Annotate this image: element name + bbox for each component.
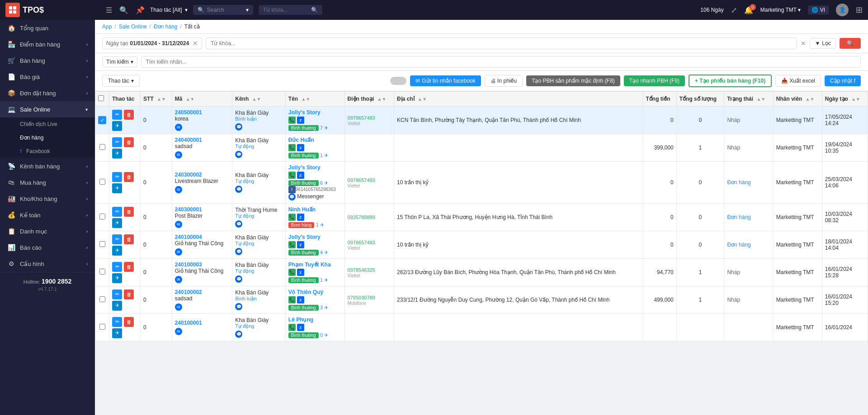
del-btn-6[interactable]: 🗑	[124, 289, 134, 299]
del-btn-7[interactable]: 🗑	[124, 317, 134, 327]
expand-icon[interactable]: ⤢	[731, 6, 737, 14]
breadcrumb-app[interactable]: App	[102, 23, 112, 30]
order-code-3[interactable]: 240300001	[175, 206, 230, 213]
keyword-filter-input[interactable]	[206, 38, 797, 49]
th-ngay-tao[interactable]: Ngày tạo ▲▼	[822, 92, 868, 107]
edit-btn-7[interactable]: ✏	[112, 317, 122, 327]
marketing-btn[interactable]: Marketing TMT ▾	[760, 7, 801, 13]
edit-btn-5[interactable]: ✏	[112, 262, 122, 272]
sidebar-item-diem-ban-hang[interactable]: 🏪 Điểm bán hàng ›	[0, 36, 95, 52]
th-dien-thoai[interactable]: Điện thoại ▲▼	[344, 92, 394, 107]
row-checkbox[interactable]	[99, 241, 105, 247]
del-btn-4[interactable]: 🗑	[124, 234, 134, 244]
date-filter-box[interactable]: Ngày tạo 01/01/2024 - 31/12/2024 ✕	[102, 37, 202, 49]
pin-icon[interactable]: 📌	[136, 6, 145, 14]
sidebar-item-kho-hang[interactable]: 🏭 Kho/Kho hàng ›	[0, 191, 95, 207]
notification-icon[interactable]: 🔔 0	[744, 6, 753, 14]
gui-tin-btn[interactable]: ✉ Gửi tin nhắn facebook	[410, 75, 481, 86]
action-btn-top[interactable]: Thao tác [Alt] ▾	[150, 7, 188, 13]
del-btn-2[interactable]: 🗑	[124, 172, 134, 182]
thao-tac-btn[interactable]: Thao tác ▾	[102, 75, 140, 87]
td-checkbox-1[interactable]	[95, 134, 109, 162]
td-checkbox-2[interactable]	[95, 162, 109, 204]
customer-name-0[interactable]: Jolly's Story	[288, 109, 342, 116]
keyword-search-icon[interactable]: 🔍	[311, 7, 318, 13]
edit-btn-1[interactable]: ✏	[112, 137, 122, 147]
select-all-checkbox[interactable]	[98, 95, 104, 101]
grid-icon[interactable]: ⊞	[856, 5, 863, 15]
edit-btn-6[interactable]: ✏	[112, 289, 122, 299]
telegram-btn-5[interactable]: ✈	[112, 273, 122, 283]
th-dia-chi[interactable]: Địa chỉ ▲▼	[394, 92, 643, 107]
date-clear-btn[interactable]: ✕	[193, 40, 198, 47]
sidebar-sub-facebook[interactable]: f Facebook	[0, 145, 95, 158]
row-checkbox[interactable]	[99, 179, 105, 185]
th-tong-tien[interactable]: Tổng tiền	[643, 92, 676, 107]
sidebar-item-sale-online[interactable]: 💻 Sale Online ▾	[0, 101, 95, 117]
edit-btn-4[interactable]: ✏	[112, 234, 122, 244]
sidebar-item-bao-gia[interactable]: 📄 Báo giá ›	[0, 69, 95, 85]
telegram-btn-3[interactable]: ✈	[112, 218, 122, 228]
lang-btn[interactable]: 🌐 VI	[808, 5, 829, 14]
del-btn-0[interactable]: 🗑	[124, 110, 134, 120]
td-checkbox-4[interactable]	[95, 231, 109, 259]
search-filter-btn[interactable]: 🔍	[840, 38, 861, 49]
th-nhan-vien[interactable]: Nhân viên ▲▼	[773, 92, 822, 107]
order-code-6[interactable]: 240100002	[175, 289, 230, 295]
customer-name-5[interactable]: Phạm Tuyết Kha	[288, 261, 342, 268]
row-checkbox[interactable]	[99, 144, 105, 150]
td-checkbox-3[interactable]	[95, 204, 109, 231]
search-input[interactable]	[207, 7, 243, 13]
menu-icon[interactable]: ☰	[106, 6, 112, 14]
row-checkbox[interactable]	[99, 296, 105, 302]
td-checkbox-7[interactable]	[95, 314, 109, 341]
sidebar-item-don-dat-hang[interactable]: 📦 Đơn đặt hàng ›	[0, 85, 95, 101]
edit-btn-3[interactable]: ✏	[112, 207, 122, 217]
cap-nhat-btn[interactable]: Cập nhật f	[825, 75, 861, 86]
th-ten[interactable]: Tên ▲▼	[285, 92, 344, 107]
checked-checkbox[interactable]: ✓	[98, 116, 106, 124]
td-checkbox-6[interactable]	[95, 286, 109, 314]
telegram-btn-0[interactable]: ✈	[112, 121, 122, 131]
del-btn-1[interactable]: 🗑	[124, 137, 134, 147]
th-ma[interactable]: Mã ▲▼	[172, 92, 232, 107]
sidebar-item-mua-hang[interactable]: 🛍 Mua hàng ›	[0, 174, 95, 191]
edit-btn-2[interactable]: ✏	[112, 172, 122, 182]
toggle-control[interactable]	[390, 77, 406, 85]
customer-name-2[interactable]: Jolly's Story	[288, 164, 342, 171]
del-btn-3[interactable]: 🗑	[124, 207, 134, 217]
xuat-excel-btn[interactable]: 📥 Xuất excel	[775, 75, 821, 87]
customer-name-4[interactable]: Jolly's Story	[288, 234, 342, 240]
filter-btn[interactable]: ▼ Lọc	[810, 38, 836, 49]
th-checkbox[interactable]	[95, 92, 109, 107]
edit-btn-0[interactable]: ✏	[112, 110, 122, 120]
telegram-btn-6[interactable]: ✈	[112, 301, 122, 311]
sidebar-item-tong-quan[interactable]: 🏠 Tổng quan	[0, 20, 95, 36]
customer-name-7[interactable]: Lê Phụng	[288, 317, 342, 323]
breadcrumb-sale-online[interactable]: Sale Online	[119, 23, 147, 30]
th-kenh[interactable]: Kênh ▲▼	[232, 92, 286, 107]
tao-phieu-btn[interactable]: + Tạo phiếu bán hàng (F10)	[689, 75, 772, 87]
search-nhap-input[interactable]	[142, 56, 860, 67]
customer-name-1[interactable]: Đức Huấn	[288, 137, 342, 143]
search-box[interactable]: 🔍 ▾	[193, 5, 253, 15]
avatar[interactable]: 👤	[836, 4, 849, 16]
row-checkbox[interactable]	[99, 269, 105, 275]
order-code-5[interactable]: 240100003	[175, 261, 230, 268]
order-code-4[interactable]: 240100004	[175, 234, 230, 240]
td-checkbox-5[interactable]	[95, 259, 109, 286]
telegram-btn-4[interactable]: ✈	[112, 246, 122, 256]
telegram-btn-7[interactable]: ✈	[112, 328, 122, 338]
sidebar-item-danh-muc[interactable]: 📋 Danh mục ›	[0, 223, 95, 239]
sidebar-sub-don-hang[interactable]: Đơn hàng	[0, 131, 95, 145]
del-btn-5[interactable]: 🗑	[124, 262, 134, 272]
toggle-switch[interactable]	[390, 77, 406, 85]
sidebar-sub-chien-dich-live[interactable]: Chiến dịch Live	[0, 117, 95, 131]
order-code-1[interactable]: 240400001	[175, 137, 230, 143]
filter-clear-x[interactable]: ✕	[801, 40, 806, 47]
th-trang-thai[interactable]: Trạng thái ▲▼	[724, 92, 773, 107]
search-icon[interactable]: 🔍	[119, 6, 128, 14]
order-code-7[interactable]: 240100001	[175, 320, 230, 326]
tao-pbh-btn[interactable]: Tạo PBH sản phẩm mặc định (F8)	[526, 75, 620, 86]
sidebar-item-bao-cao[interactable]: 📊 Báo cáo ›	[0, 239, 95, 256]
